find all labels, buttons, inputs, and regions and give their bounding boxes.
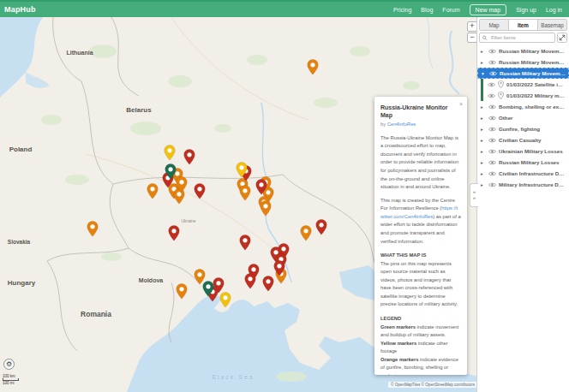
map-settings-gear-icon[interactable]: ⚙ [3,359,15,370]
sidebar-collapse-handle[interactable]: « » [470,183,478,207]
tab-item[interactable]: Item [509,20,538,30]
eye-icon[interactable] [488,93,495,98]
eye-icon[interactable] [488,104,496,110]
layer-label: Military Infrastructure Damage [499,181,566,187]
eye-icon[interactable] [489,71,497,76]
map-marker-red[interactable] [183,149,195,165]
map-marker-red[interactable] [255,179,267,195]
layer-row-01-03-2022-military-movement[interactable]: 01/03/2022 Military movement ... [477,90,569,101]
layer-row-ukrainian-military-losses[interactable]: ▸ Ukrainian Military Losses [477,146,569,157]
legend-line: Orange markers indicate evidence of gunf… [380,356,461,375]
maphub-logo[interactable]: MapHub [4,5,36,14]
byline-prefix: by [380,122,387,127]
tab-basemap[interactable]: Basemap [538,20,566,30]
caret-icon[interactable]: ▸ [481,49,486,54]
new-map-button[interactable]: New map [470,4,507,15]
map-marker-orange[interactable] [300,225,312,241]
eye-icon[interactable] [488,127,496,132]
map-marker-green[interactable] [202,281,214,297]
filter-items-input[interactable] [489,34,552,41]
signup-link[interactable]: Sign up [516,7,536,13]
map-label-romania: Romania [81,310,111,318]
layer-row-russian-military-losses[interactable]: ▸ Russian Military Losses [477,157,569,168]
legend-lines: Green markers indicate movement and buil… [380,324,461,375]
map-label-moldova: Moldova [139,277,163,283]
layer-row-russian-military-movements-janua[interactable]: ▸ Russian Military Movements Janua... [477,45,569,56]
map-marker-orange[interactable] [87,221,99,237]
eye-icon[interactable] [488,82,495,87]
map-marker-orange[interactable] [176,176,188,193]
layer-row-other[interactable]: ▸ Other [477,112,569,123]
nav-link-pricing[interactable]: Pricing [393,7,411,13]
expand-all-button[interactable] [557,33,567,43]
layer-row-civilian-infrastructure-damage[interactable]: ▸ Civilian Infrastructure Damage [477,168,569,179]
pin-icon [498,80,504,88]
scale-mi: 100 mi [3,381,19,385]
map-label-hungary: Hungary [8,279,35,287]
map-marker-yellow[interactable] [219,292,231,308]
map-marker-red[interactable] [315,219,327,235]
close-icon[interactable]: × [459,99,463,110]
map-marker-green[interactable] [165,163,177,180]
caret-icon[interactable]: ▸ [481,149,486,154]
caret-icon[interactable]: ▸ [481,127,486,132]
caret-icon[interactable]: ▸ [481,138,486,143]
layer-label: Russian Military Losses [499,159,566,165]
map-marker-red[interactable] [244,273,256,289]
map-marker-yellow[interactable] [236,162,248,178]
map-marker-red[interactable] [168,225,180,241]
map-marker-red[interactable] [239,235,251,251]
layer-row-01-03-2022-satellite-imagery[interactable]: 01/03/2022 Satellite imagery ... [477,79,569,90]
layer-row-civilian-casualty[interactable]: ▸ Civilian Casualty [477,134,569,146]
layer-label: Gunfire, fighting [499,126,566,132]
eye-icon[interactable] [488,160,496,165]
eye-icon[interactable] [488,138,496,143]
map-label-lithuania: Lithuania [66,50,93,56]
layer-label: Bombing, shelling or explosion [499,104,566,110]
legend-heading: LEGEND [380,315,461,324]
layer-label: Ukrainian Military Losses [499,148,566,154]
layer-row-military-infrastructure-damage[interactable]: ▸ Military Infrastructure Damage [477,179,569,190]
what-heading: WHAT THIS MAP IS [380,252,461,260]
map-marker-orange[interactable] [307,59,319,75]
layer-label: Civilian Casualty [499,137,566,143]
caret-icon[interactable]: ▸ [481,60,486,65]
map-marker-orange[interactable] [260,200,272,217]
map-marker-orange[interactable] [176,283,188,300]
chevron-right-icon: » [473,195,476,201]
map-marker-red[interactable] [273,260,285,276]
child-green-bar [481,90,483,101]
map-marker-orange[interactable] [239,185,251,201]
eye-icon[interactable] [488,182,496,187]
eye-icon[interactable] [488,149,496,154]
navbar-links: Pricing Blog Forum New map Sign up Log i… [393,4,562,15]
caret-icon[interactable]: ▸ [481,116,486,121]
tab-map[interactable]: Map [480,20,509,30]
nav-link-blog[interactable]: Blog [421,7,433,13]
login-link[interactable]: Log in [546,7,562,13]
map-attribution[interactable]: © OpenMapTiles © OpenStreetMap contribut… [388,382,477,388]
layer-item-list: ▸ Russian Military Movements Janua...▸ R… [477,45,569,190]
layer-row-russian-military-movements-febru[interactable]: ▸ Russian Military Movements Febru... [477,56,569,68]
eye-icon[interactable] [488,49,496,54]
caret-icon[interactable]: ▸ [481,160,486,165]
map-label-belarus: Belarus [126,106,151,114]
caret-icon[interactable]: ▾ [482,71,487,76]
caret-icon[interactable]: ▸ [481,171,486,176]
author-link[interactable]: Cen4infoRes [387,122,416,127]
eye-icon[interactable] [488,60,496,65]
map-marker-yellow[interactable] [164,145,176,161]
caret-icon[interactable]: ▸ [481,182,486,187]
layer-row-gunfire-fighting[interactable]: ▸ Gunfire, fighting [477,123,569,134]
nav-link-forum[interactable]: Forum [442,7,459,13]
map-marker-orange[interactable] [147,183,159,199]
pin-icon [498,92,504,99]
eye-icon[interactable] [488,116,496,121]
map-marker-red[interactable] [262,276,274,292]
layer-row-russian-military-movements-march[interactable]: ▾ Russian Military Movements March... [477,68,569,79]
layer-row-bombing-shelling-or-explosion[interactable]: ▸ Bombing, shelling or explosion [477,101,569,112]
eye-icon[interactable] [488,171,496,176]
layer-label: 01/03/2022 Satellite imagery ... [506,81,566,87]
map-marker-red[interactable] [194,183,206,199]
caret-icon[interactable]: ▸ [481,104,486,110]
